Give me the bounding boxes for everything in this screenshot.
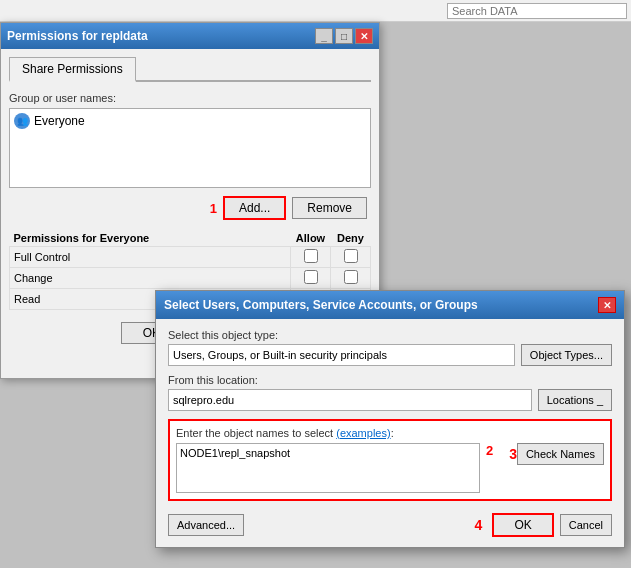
- step1-marker: 1: [210, 201, 217, 216]
- dialog-close-button[interactable]: ✕: [598, 297, 616, 313]
- dialog-ok-button[interactable]: OK: [492, 513, 553, 537]
- perm-name-fullcontrol: Full Control: [10, 247, 291, 268]
- allow-col-header: Allow: [291, 230, 331, 247]
- remove-button[interactable]: Remove: [292, 197, 367, 219]
- examples-link[interactable]: (examples): [336, 427, 390, 439]
- object-names-section: Enter the object names to select (exampl…: [168, 419, 612, 501]
- dialog-cancel-button[interactable]: Cancel: [560, 514, 612, 536]
- step2-marker: 2: [486, 443, 493, 458]
- location-row: From this location: Locations _: [168, 374, 612, 411]
- dialog-body: Select this object type: Object Types...…: [156, 319, 624, 547]
- footer-left: Advanced...: [168, 514, 244, 536]
- deny-col-header: Deny: [331, 230, 371, 247]
- locations-button[interactable]: Locations _: [538, 389, 612, 411]
- fullcontrol-deny-checkbox[interactable]: [344, 249, 358, 263]
- select-users-dialog: Select Users, Computers, Service Account…: [155, 290, 625, 548]
- names-label-text: Enter the object names to select: [176, 427, 333, 439]
- step3-marker: 3: [509, 446, 517, 462]
- object-names-label: Enter the object names to select (exampl…: [176, 427, 604, 439]
- close-button[interactable]: ✕: [355, 28, 373, 44]
- maximize-button[interactable]: □: [335, 28, 353, 44]
- table-row: Change: [10, 268, 371, 289]
- user-list-box[interactable]: 👥 Everyone: [9, 108, 371, 188]
- add-button[interactable]: Add...: [223, 196, 286, 220]
- object-types-button[interactable]: Object Types...: [521, 344, 612, 366]
- object-type-label: Select this object type:: [168, 329, 612, 341]
- group-label: Group or user names:: [9, 92, 371, 104]
- table-row: Full Control: [10, 247, 371, 268]
- fullcontrol-allow-checkbox[interactable]: [304, 249, 318, 263]
- object-type-input[interactable]: [168, 344, 515, 366]
- user-icon: 👥: [14, 113, 30, 129]
- location-field-row: Locations _: [168, 389, 612, 411]
- share-permissions-tab[interactable]: Share Permissions: [9, 57, 136, 82]
- user-name: Everyone: [34, 114, 85, 128]
- location-input[interactable]: [168, 389, 532, 411]
- permissions-titlebar: Permissions for repldata _ □ ✕: [1, 23, 379, 49]
- footer-right: 4 OK Cancel: [475, 513, 612, 537]
- change-deny-checkbox[interactable]: [344, 270, 358, 284]
- perm-for-label: Permissions for Everyone: [10, 230, 291, 247]
- top-bar: [0, 0, 631, 22]
- search-box[interactable]: [447, 3, 627, 19]
- search-input[interactable]: [452, 5, 622, 17]
- object-type-row: Select this object type: Object Types...: [168, 329, 612, 366]
- check-names-button[interactable]: Check Names: [517, 443, 604, 465]
- list-item: 👥 Everyone: [14, 113, 366, 129]
- perm-name-change: Change: [10, 268, 291, 289]
- dialog-footer: Advanced... 4 OK Cancel: [168, 509, 612, 537]
- dialog-titlebar: Select Users, Computers, Service Account…: [156, 291, 624, 319]
- titlebar-buttons: _ □ ✕: [315, 28, 373, 44]
- advanced-button[interactable]: Advanced...: [168, 514, 244, 536]
- object-names-textarea[interactable]: NODE1\repl_snapshot: [176, 443, 480, 493]
- minimize-button[interactable]: _: [315, 28, 333, 44]
- tab-bar: Share Permissions: [9, 57, 371, 82]
- object-type-field-row: Object Types...: [168, 344, 612, 366]
- permissions-title: Permissions for repldata: [7, 29, 148, 43]
- dialog-title: Select Users, Computers, Service Account…: [164, 298, 478, 312]
- step4-marker: 4: [475, 517, 483, 533]
- location-label: From this location:: [168, 374, 612, 386]
- change-allow-checkbox[interactable]: [304, 270, 318, 284]
